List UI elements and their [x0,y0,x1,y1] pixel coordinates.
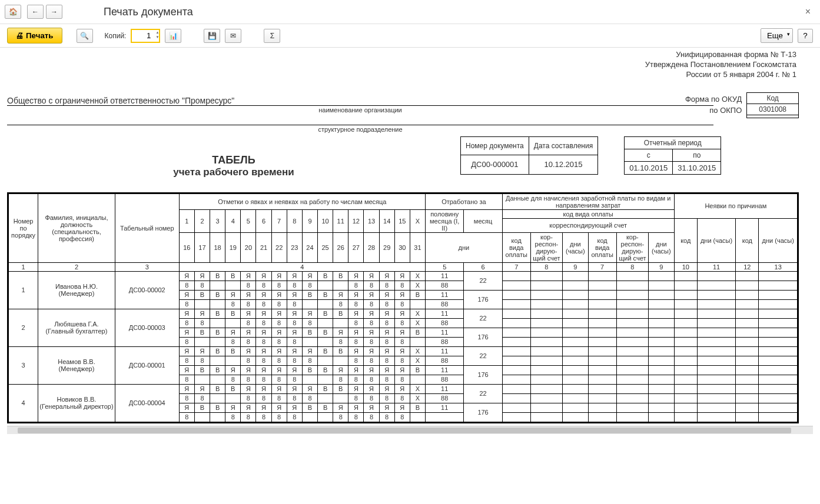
day-cell: Я [241,365,256,375]
day-cell: X [410,384,425,393]
th-abs-days2: дни (часы) [759,218,798,262]
close-button[interactable]: × [801,6,815,17]
day-cell [318,393,333,403]
title-line-2: учета рабочего времени [7,166,460,178]
day-cell: В [318,328,333,337]
half2-hours: 88 [426,299,464,309]
back-button[interactable]: ← [27,5,44,19]
day-cell: Я [379,346,394,356]
day-cell: Я [225,328,241,337]
day-cell [318,375,333,384]
day-cell: Я [225,365,241,375]
th-worked: Отработано за [426,193,503,209]
okpo-value [747,115,799,118]
th-d26: 26 [333,232,348,262]
more-button[interactable]: Еще [761,28,793,43]
month-hours: 176 [464,365,502,384]
day-cell: 8 [194,356,210,365]
day-cell: 8 [256,356,271,365]
day-cell: Я [225,403,241,412]
date-label: Дата составления [529,136,597,155]
home-button[interactable]: 🏠 [5,5,21,19]
preview-button[interactable]: 🔍 [77,29,93,43]
dept-line [7,114,713,125]
day-cell: X [410,318,425,328]
help-button[interactable]: ? [798,29,813,43]
horiz-scrollbar[interactable] [7,426,813,434]
day-cell: X [410,281,425,290]
th-account: корреспондирующий счет [502,218,674,232]
day-cell: Я [194,346,210,356]
save-button[interactable]: 💾 [204,29,220,43]
day-cell: 8 [241,375,256,384]
day-cell: 8 [271,318,287,328]
day-cell: 8 [333,375,348,384]
day-cell: 8 [179,299,194,309]
th-d3: 3 [210,209,225,232]
day-cell: 8 [364,299,379,309]
half2-days: 11 [426,365,464,375]
day-cell: 8 [348,356,364,365]
day-cell: 8 [225,337,241,346]
day-cell: Я [241,384,256,393]
month-hours: 176 [464,328,502,346]
day-cell: Я [348,309,364,318]
day-cell: Я [256,346,271,356]
day-cell: 8 [287,318,302,328]
day-cell: В [318,290,333,299]
day-cell: 8 [348,412,364,422]
day-cell: В [194,403,210,412]
form-header: Унифицированная форма № Т-13 Утверждена … [7,50,799,80]
day-cell: Я [241,271,256,281]
day-cell: Я [364,346,379,356]
day-cell [225,318,241,328]
day-cell: 8 [241,299,256,309]
day-cell: 8 [179,375,194,384]
th-d17: 17 [194,232,210,262]
half-hours: 88 [426,281,464,290]
day-cell: 8 [241,281,256,290]
day-cell: 8 [271,375,287,384]
day-cell: 8 [179,337,194,346]
th-acc2: кор-респон-дирую-щий счет [616,232,648,262]
day-cell: 8 [302,281,317,290]
print-button[interactable]: 🖨 Печать [7,28,62,44]
th-d19: 19 [225,232,241,262]
day-cell [210,375,225,384]
okud-label: Форма по ОКУД [685,95,742,106]
day-cell: Я [241,403,256,412]
day-cell: Я [271,271,287,281]
copies-spinner[interactable]: ▲▼ [156,30,160,39]
day-cell: 8 [179,412,194,422]
day-cell [318,281,333,290]
day-cell: Я [271,346,287,356]
mail-button[interactable]: ✉ [225,29,241,43]
th-d30: 30 [394,232,410,262]
day-cell: Я [394,403,410,412]
emp-num: 4 [9,384,38,422]
table-button[interactable]: 📊 [165,29,181,43]
half-days: 11 [426,346,464,356]
day-cell: Я [333,328,348,337]
day-cell: В [225,309,241,318]
day-cell: 8 [241,337,256,346]
day-cell: В [333,271,348,281]
num-val: ДС00-000001 [461,155,529,174]
day-cell: В [410,290,425,299]
th-name: Фамилия, инициалы, должность (специально… [38,193,115,262]
document-viewport[interactable]: Унифицированная форма № Т-13 Утверждена … [0,47,820,500]
day-cell [410,337,425,346]
day-cell: Я [364,271,379,281]
forward-button[interactable]: → [46,5,62,19]
day-cell: 8 [394,281,410,290]
day-cell: 8 [287,375,302,384]
day-cell: 8 [225,412,241,422]
day-cell: Я [379,309,394,318]
day-cell: Я [394,365,410,375]
th-dx: X [410,209,425,232]
day-cell: 8 [287,337,302,346]
sum-button[interactable]: Σ [264,29,280,43]
day-cell: Я [271,290,287,299]
day-cell: 8 [256,393,271,403]
doc-number-table: Номер документаДата составления ДС00-000… [460,136,598,175]
